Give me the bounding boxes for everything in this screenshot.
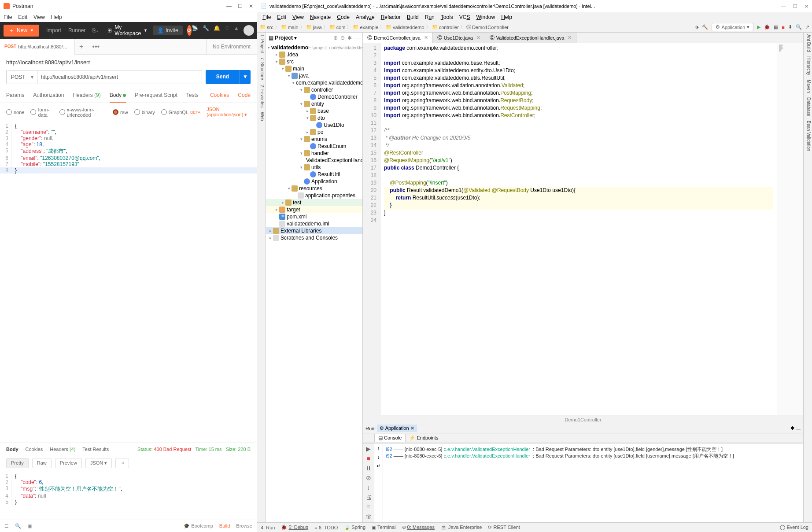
code-content[interactable]: package com.example.validateddemo.contro…	[380, 43, 777, 415]
tab-options[interactable]: •••	[88, 43, 104, 51]
raw-button[interactable]: Raw	[32, 458, 52, 468]
capture-button[interactable]: ⎘▾	[89, 26, 102, 35]
preview-button[interactable]: Preview	[55, 458, 82, 468]
menu-file[interactable]: File	[4, 14, 12, 20]
sidebar-toggle-icon[interactable]: ☰	[4, 523, 9, 529]
avatar[interactable]	[244, 25, 254, 36]
tab-auth[interactable]: Authorization	[33, 89, 64, 103]
new-button[interactable]: ＋New▼	[4, 25, 39, 37]
print-icon[interactable]: 🖨	[365, 494, 372, 501]
radio-binary[interactable]: binary	[134, 109, 155, 115]
tab-prereq[interactable]: Pre-request Script	[135, 89, 177, 103]
bell-icon[interactable]: 🔔	[214, 25, 220, 36]
status-messages[interactable]: ⊘ 0: Messages	[402, 525, 435, 530]
environment-selector[interactable]: No Environment	[206, 39, 257, 55]
radio-formdata[interactable]: form-data	[30, 107, 53, 118]
wrench-icon[interactable]: 🔧	[203, 25, 209, 36]
tab-headers[interactable]: Headers (9)	[73, 89, 100, 103]
radio-raw[interactable]: raw	[113, 109, 128, 115]
upgrade-icon[interactable]: ▲	[234, 25, 239, 36]
import-button[interactable]: Import	[43, 26, 65, 35]
bc-com[interactable]: 📁 com	[329, 24, 346, 30]
format-selector[interactable]: JSON ▾	[85, 458, 112, 468]
status-run[interactable]: 4: Run	[261, 525, 275, 530]
close-tab-icon[interactable]: ✕	[424, 35, 428, 41]
bc-class[interactable]: Ⓒ Demo1Controller	[466, 24, 509, 30]
minimize-icon[interactable]: —	[781, 4, 786, 9]
wrap-icon[interactable]: ↵	[376, 463, 381, 469]
bc-example[interactable]: 📁 example	[353, 24, 378, 30]
menu-tools[interactable]: Tools	[439, 13, 455, 21]
editor-tab-2[interactable]: Ⓒ Use1Dto.java✕	[433, 33, 485, 43]
tab-params[interactable]: Params	[6, 89, 24, 103]
menu-edit[interactable]: Edit	[18, 14, 27, 20]
close-tab-icon[interactable]: ✕	[476, 35, 480, 41]
hide-icon[interactable]: —	[354, 35, 360, 41]
menu-help[interactable]: Help	[51, 14, 62, 20]
debug-icon[interactable]: 🐞	[764, 24, 770, 30]
trash-icon[interactable]: 🗑	[365, 513, 372, 520]
bc-src[interactable]: 📁 src	[260, 24, 273, 30]
tab-tests[interactable]: Tests	[186, 89, 199, 103]
minimap[interactable]: ████████████████	[777, 43, 803, 415]
status-todo[interactable]: ≡ 6: TODO	[314, 525, 338, 530]
up-icon[interactable]: ↑	[377, 445, 380, 451]
menu-build[interactable]: Build	[405, 13, 421, 21]
satellite-icon[interactable]: 📡	[192, 25, 198, 36]
console-icon[interactable]: ▣	[27, 523, 32, 529]
res-cookies[interactable]: Cookies	[26, 447, 43, 452]
radio-none[interactable]: none	[6, 109, 24, 115]
minimize-panel-icon[interactable]: —	[796, 426, 801, 431]
res-headers[interactable]: Headers (4)	[50, 447, 75, 452]
invite-button[interactable]: 👤Invite	[153, 26, 183, 35]
options-icon[interactable]: ✱	[347, 35, 352, 41]
menu-edit[interactable]: Edit	[275, 13, 288, 21]
project-tree[interactable]: ▾validateddemo E:\project_code\validated…	[266, 43, 362, 522]
rail-ant[interactable]: Ant Build	[805, 34, 811, 52]
send-button[interactable]: Send	[206, 70, 240, 84]
browse-link[interactable]: Browse	[236, 523, 252, 529]
url-input[interactable]: http://localhost:8080/api/v1/insert	[37, 70, 202, 84]
build-link[interactable]: Build	[219, 523, 230, 529]
gear-icon[interactable]: ✱	[790, 425, 794, 431]
editor-tab-1[interactable]: Ⓒ Demo1Controller.java✕	[363, 33, 433, 43]
run-config-selector[interactable]: ⚙ Application ▾	[712, 23, 754, 31]
menu-analyze[interactable]: Analyze	[354, 13, 376, 21]
clear-icon[interactable]: ⊘	[366, 474, 371, 481]
menu-run[interactable]: Run	[423, 13, 436, 21]
menu-code[interactable]: Code	[335, 13, 351, 21]
console-tab[interactable]: ▤ Console	[374, 434, 406, 442]
method-selector[interactable]: POST	[6, 70, 37, 84]
close-tab-icon[interactable]: ✕	[568, 35, 572, 41]
rail-validation[interactable]: Bean Validation	[805, 121, 811, 151]
nav-back-icon[interactable]: ⬗	[695, 24, 698, 30]
event-log[interactable]: ◯ Event Log	[780, 525, 808, 530]
search-icon[interactable]: 🔍	[796, 24, 802, 30]
rail-structure[interactable]: 7: Structure	[258, 57, 265, 80]
settings-icon[interactable]: ↗	[805, 24, 809, 30]
endpoints-tab[interactable]: ⚡ Endpoints	[406, 434, 442, 442]
menu-window[interactable]: Window	[474, 13, 497, 21]
pause-icon[interactable]: ⏸	[365, 465, 372, 472]
pretty-button[interactable]: Pretty	[6, 458, 29, 468]
code-editor[interactable]: 123456789101112131415161718192021222324 …	[363, 43, 803, 415]
status-javaee[interactable]: ☕ Java Enterprise	[441, 525, 482, 530]
collapse-icon[interactable]: ⊕	[333, 35, 338, 41]
stop-icon[interactable]: ■	[782, 25, 785, 30]
coverage-icon[interactable]: ▦	[774, 24, 778, 30]
cookies-link[interactable]: Cookies	[210, 89, 229, 103]
down-icon[interactable]: ↓	[377, 454, 380, 460]
editor-tab-3[interactable]: Ⓒ ValidatedExceptionHandler.java✕	[485, 33, 577, 43]
status-terminal[interactable]: ▣ Terminal	[372, 525, 395, 530]
radio-graphql[interactable]: GraphQL BETA	[161, 109, 201, 115]
close-icon[interactable]: ✕	[249, 3, 253, 9]
rail-maven[interactable]: Maven	[805, 80, 811, 93]
vcs-icon[interactable]: ⬇	[788, 24, 792, 30]
maximize-icon[interactable]: ☐	[238, 3, 243, 9]
rail-favorites[interactable]: 2: Favorites	[258, 85, 265, 107]
send-dropdown[interactable]: ▼	[240, 70, 251, 84]
bc-java[interactable]: 📁 java	[306, 24, 322, 30]
locate-icon[interactable]: ⊖	[340, 35, 345, 41]
console-output[interactable]: i92 —— [nio-8080-exec-5] c.e.v.handler.V…	[383, 443, 803, 522]
filter-icon[interactable]: ≡	[366, 503, 370, 510]
